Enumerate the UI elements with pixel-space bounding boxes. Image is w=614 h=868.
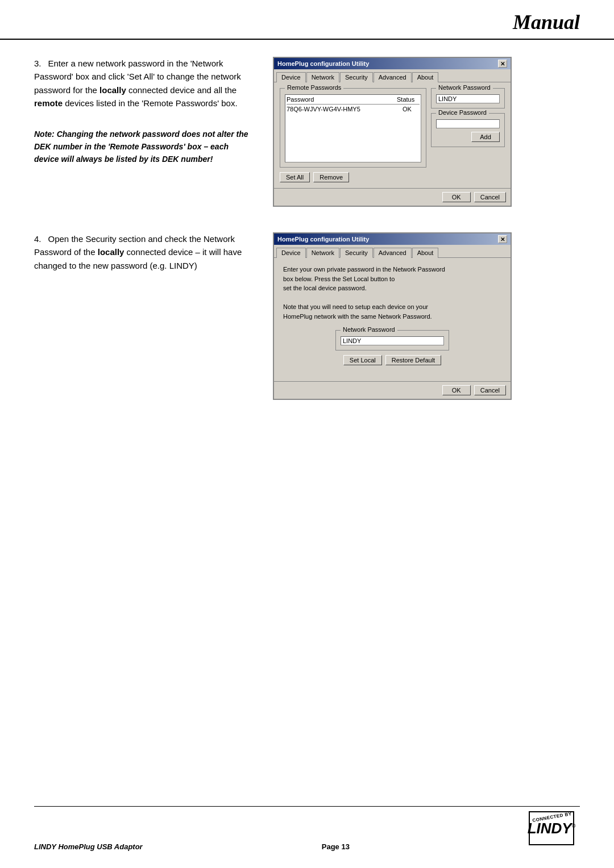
info-line-3: set the local device password. (283, 285, 367, 291)
dialog-1-footer: OK Cancel (274, 188, 511, 206)
network-password-group: Network Password (431, 88, 505, 108)
dialog-1-main-row: Remote Passwords Password Status 78Q6-WJ… (280, 88, 505, 182)
set-all-button[interactable]: Set All (280, 172, 310, 182)
list-col-status: Status (397, 96, 420, 103)
page-header: Manual (0, 0, 614, 40)
remote-passwords-group: Remote Passwords Password Status 78Q6-WJ… (280, 88, 426, 168)
step-3-para: 3. Enter a new network password in the '… (34, 57, 250, 110)
tab-security-1[interactable]: Security (340, 72, 373, 82)
dialog-2-info: Enter your own private password in the N… (283, 265, 501, 321)
dialog-1-tabs: Device Network Security Advanced About (274, 69, 511, 82)
step-4-number: 4. (34, 232, 42, 245)
list-row-1-status: OK (403, 106, 420, 112)
network-password-input[interactable] (436, 94, 500, 103)
dialog-1-cancel-button[interactable]: Cancel (474, 192, 506, 202)
set-local-button[interactable]: Set Local (343, 355, 382, 365)
main-content: 3. Enter a new network password in the '… (0, 57, 614, 400)
add-button-container: Add (436, 132, 500, 142)
list-header-row: Password Status (287, 96, 420, 105)
tab-advanced-1[interactable]: Advanced (374, 72, 412, 82)
dialog-1-titlebar: HomePlug configuration Utility ✕ (274, 58, 511, 69)
device-password-input[interactable] (436, 119, 500, 128)
remote-passwords-section: Remote Passwords Password Status 78Q6-WJ… (280, 88, 426, 182)
tab-about-2[interactable]: About (412, 248, 439, 258)
dialog-2-footer: OK Cancel (274, 381, 511, 399)
info-line-1: Enter your own private password in the N… (283, 266, 445, 273)
tab-security-2[interactable]: Security (340, 248, 373, 258)
step-3-section: 3. Enter a new network password in the '… (34, 57, 580, 207)
dialog-2-title: HomePlug configuration Utility (277, 236, 369, 243)
tab-about-1[interactable]: About (412, 72, 439, 82)
info-line-5: Note that you will need to setup each de… (283, 303, 428, 310)
dialog-1-ok-button[interactable]: OK (442, 192, 471, 202)
restore-default-button[interactable]: Restore Default (385, 355, 441, 365)
list-row-1: 78Q6-WJVY-WG4V-HMY5 OK (287, 106, 420, 112)
step-3-note: Note: Changing the network password does… (34, 128, 250, 165)
remote-passwords-list: Password Status 78Q6-WJVY-WG4V-HMY5 OK (285, 94, 421, 162)
dialog-2-network-password-input[interactable] (341, 336, 444, 345)
list-col-password: Password (287, 96, 397, 103)
device-password-group: Device Password Add (431, 113, 505, 147)
close-icon: ✕ (500, 61, 505, 67)
dialog-1-close-button[interactable]: ✕ (498, 60, 507, 68)
info-line-2: box below. Press the Set Local button to (283, 276, 395, 282)
close-icon-2: ✕ (500, 236, 505, 243)
dialog-2-titlebar: HomePlug configuration Utility ✕ (274, 233, 511, 245)
step-4-para: 4. Open the Security section and check t… (34, 232, 250, 272)
dialog-1-right-panel: Network Password Device Password Add (431, 88, 505, 152)
list-row-1-password: 78Q6-WJVY-WG4V-HMY5 (287, 106, 403, 112)
dialog-2-close-button[interactable]: ✕ (498, 235, 507, 243)
page-title: Manual (34, 10, 580, 34)
dialog-2-ok-button[interactable]: OK (442, 385, 471, 395)
tab-device-1[interactable]: Device (276, 72, 306, 82)
dialog-1-body: Remote Passwords Password Status 78Q6-WJ… (274, 82, 511, 188)
lindy-logo-inner: CONNECTED BY LINDY® (529, 811, 574, 845)
dialog-1: HomePlug configuration Utility ✕ Device … (273, 57, 512, 207)
step-4-text: 4. Open the Security section and check t… (34, 232, 250, 278)
step-4-section: 4. Open the Security section and check t… (34, 232, 580, 400)
tab-network-2[interactable]: Network (306, 248, 339, 258)
dialog-2-action-row: Set Local Restore Default (335, 355, 449, 365)
network-password-label: Network Password (436, 84, 493, 91)
dialog-1-action-row: Set All Remove (280, 172, 426, 182)
info-line-6: HomePlug network with the same Network P… (283, 313, 432, 320)
dialog-2-network-password-group: Network Password (335, 330, 449, 350)
device-password-label: Device Password (436, 109, 489, 116)
tab-device-2[interactable]: Device (276, 248, 306, 258)
page-footer: LINDY HomePlug USB Adaptor Page 13 CONNE… (34, 806, 580, 851)
add-button[interactable]: Add (471, 132, 500, 142)
step-3-number: 3. (34, 57, 42, 70)
dialog-2-network-section: Network Password Set Local Restore Defau… (335, 330, 449, 365)
dialog-2-body: Enter your own private password in the N… (274, 258, 511, 381)
dialog-2-tabs: Device Network Security Advanced About (274, 245, 511, 258)
tab-advanced-2[interactable]: Advanced (374, 248, 412, 258)
lindy-logo-text: LINDY® (528, 821, 576, 836)
tab-network-1[interactable]: Network (306, 72, 339, 82)
dialog-1-title: HomePlug configuration Utility (277, 60, 369, 67)
remote-passwords-label: Remote Passwords (285, 84, 343, 91)
dialog-2: HomePlug configuration Utility ✕ Device … (273, 232, 512, 400)
lindy-logo-badge: CONNECTED BY LINDY® (529, 811, 580, 851)
dialog-2-cancel-button[interactable]: Cancel (474, 385, 506, 395)
footer-page-number: Page 13 (322, 842, 350, 851)
step-3-text: 3. Enter a new network password in the '… (34, 57, 250, 171)
dialog-2-network-password-label: Network Password (341, 326, 397, 333)
footer-product-name: LINDY HomePlug USB Adaptor (34, 842, 143, 851)
remove-button[interactable]: Remove (313, 172, 349, 182)
